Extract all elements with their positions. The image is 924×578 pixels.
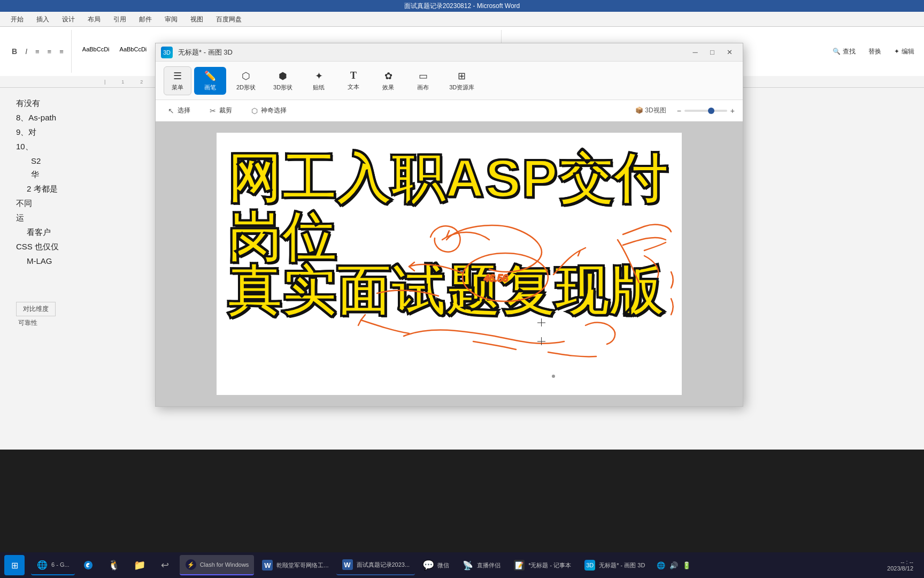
minimize-btn[interactable]: ─ <box>687 47 703 58</box>
doc-line-4: 10、 <box>16 142 144 152</box>
wechat-icon: 💬 <box>422 559 434 571</box>
word2-icon: W <box>342 559 353 571</box>
tab-view[interactable]: 视图 <box>185 13 209 26</box>
select-button[interactable]: ✦ 编辑 <box>890 45 919 58</box>
clock-time: -- : -- <box>887 559 913 565</box>
select-tool-btn[interactable]: ↖ 选择 <box>164 104 195 117</box>
menu-icon: ☰ <box>173 70 182 82</box>
taskbar-item-edge[interactable] <box>77 555 101 575</box>
system-tray: 🌐 🔊 🔋 <box>652 561 695 569</box>
tab-review[interactable]: 审阅 <box>159 13 183 26</box>
replace-button[interactable]: 替换 <box>864 45 886 58</box>
taskbar-item-file[interactable]: 📁 <box>128 555 152 575</box>
find-button[interactable]: 🔍 查找 <box>828 45 860 58</box>
editing-label: 编辑 <box>902 47 914 56</box>
italic-btn[interactable]: I <box>22 45 30 57</box>
style-no-spacing[interactable]: AaBbCcDi <box>116 44 151 59</box>
taskbar-item-notepad[interactable]: 📝 *无标题 - 记事本 <box>508 555 576 575</box>
clash-app-icon: ⚡ <box>185 559 197 571</box>
taskbar-item-wechat[interactable]: 💬 微信 <box>417 555 455 575</box>
view-3d-btn[interactable]: 📦 3D视图 <box>631 104 671 117</box>
paint3d-subtoolbar: ↖ 选择 ✂ 裁剪 ⬡ 神奇选择 📦 3D视图 − + <box>156 100 743 121</box>
system-clock[interactable]: -- : -- 2023/8/12 <box>881 557 920 574</box>
paint3d-2dshape-btn[interactable]: ⬡ 2D形状 <box>229 67 263 95</box>
svg-point-6 <box>552 375 555 378</box>
2dshape-icon: ⬡ <box>242 70 250 82</box>
canvas-title-line1: 网工入职ASP交付岗位 <box>217 149 682 267</box>
zoom-plus-icon[interactable]: + <box>730 107 735 115</box>
sticker-icon: ✦ <box>315 70 323 82</box>
window-controls: ─ □ ✕ <box>687 47 737 58</box>
battery-icon[interactable]: 🔋 <box>682 561 691 569</box>
paint3d-sticker-btn[interactable]: ✦ 贴纸 <box>303 67 335 95</box>
zoom-minus-icon[interactable]: − <box>677 107 681 115</box>
3d-icon: 📦 <box>635 107 643 114</box>
stream-label: 直播伴侣 <box>477 561 500 569</box>
3dlibrary-label: 3D资源库 <box>449 83 474 92</box>
doc-line-10: 看客户 <box>16 227 144 238</box>
tab-references[interactable]: 引用 <box>108 13 132 26</box>
tab-design[interactable]: 设计 <box>57 13 80 26</box>
3dlibrary-icon: ⊞ <box>458 70 466 82</box>
align-center[interactable]: ≡ <box>44 46 55 57</box>
align-right[interactable]: ≡ <box>56 46 67 57</box>
brush-label: 画笔 <box>204 83 216 92</box>
tab-home[interactable]: 开始 <box>5 13 29 26</box>
doc-line-12: M-LAG <box>16 256 144 265</box>
doc-line-7: 2 考都是 <box>16 184 144 194</box>
zoom-slider[interactable] <box>684 110 727 112</box>
start-button[interactable]: ⊞ <box>4 555 25 575</box>
close-btn[interactable]: ✕ <box>721 47 737 58</box>
subtoolbar-right: 📦 3D视图 − + <box>631 104 735 117</box>
style-normal[interactable]: AaBbCcDi <box>78 44 114 59</box>
paint3d-3dshape-btn[interactable]: ⬢ 3D形状 <box>266 67 300 95</box>
ribbon-right-tools: 🔍 查找 替换 ✦ 编辑 <box>828 27 919 76</box>
edge-icon <box>82 559 94 571</box>
zoom-thumb <box>708 108 714 114</box>
ribbon-tabs: 开始 插入 设计 布局 引用 邮件 审阅 视图 百度网盘 <box>0 12 924 27</box>
paint3d-main-toolbar: ☰ 菜单 ✏️ 画笔 ⬡ 2D形状 ⬢ 3D形状 ✦ 贴纸 T 文本 ✿ 效果 … <box>156 62 743 100</box>
crop-tool-btn[interactable]: ✂ 裁剪 <box>205 104 236 117</box>
doc-line-8: 不同 <box>16 199 144 209</box>
file-manager-icon: 📁 <box>134 559 145 571</box>
taskbar-item-6g[interactable]: 🌐 6 - G... <box>31 555 75 575</box>
view-3d-label: 3D视图 <box>645 107 666 114</box>
taskbar-item-paint3d[interactable]: 3D 无标题* - 画图 3D <box>579 555 650 575</box>
doc-line-9: 运 <box>16 213 144 223</box>
table-row-1: 可靠性 <box>16 318 144 328</box>
paint3d-titlebar: 3D 无标题* - 画图 3D ─ □ ✕ <box>156 43 743 62</box>
tab-layout[interactable]: 布局 <box>82 13 106 26</box>
taskbar-item-refresh[interactable]: ↩ <box>154 555 178 575</box>
taskbar-item-word1[interactable]: W 乾颐堂军哥网络工... <box>256 555 334 575</box>
taskbar-item-clash[interactable]: ⚡ Clash for Windows <box>180 555 255 575</box>
paint3d-taskbar-label: 无标题* - 画图 3D <box>599 561 645 569</box>
paint3d-canvas-bg: 网工入职ASP交付岗位 真实面试题复现版 46.56 <box>156 121 743 406</box>
maximize-btn[interactable]: □ <box>704 47 720 58</box>
drawing-canvas[interactable]: 网工入职ASP交付岗位 真实面试题复现版 46.56 <box>217 133 682 395</box>
tab-baidu[interactable]: 百度网盘 <box>211 13 247 26</box>
tab-insert[interactable]: 插入 <box>31 13 55 26</box>
network-icon[interactable]: 🌐 <box>657 561 665 569</box>
paint3d-brush-btn[interactable]: ✏️ 画笔 <box>194 67 226 95</box>
tab-mailings[interactable]: 邮件 <box>134 13 157 26</box>
taskbar-item-word2[interactable]: W 面试真题记录2023... <box>336 555 415 575</box>
paint3d-canvas-btn[interactable]: ▭ 画布 <box>407 67 439 95</box>
paint3d-text-btn[interactable]: T 文本 <box>337 67 369 94</box>
taskbar-item-stream[interactable]: 📡 直播伴侣 <box>457 555 506 575</box>
stream-icon: 📡 <box>462 559 474 571</box>
word1-icon: W <box>261 559 273 571</box>
paint3d-3dlibrary-btn[interactable]: ⊞ 3D资源库 <box>442 67 482 95</box>
editing-icon: ✦ <box>894 48 899 55</box>
doc-line-3: 9、对 <box>16 127 144 138</box>
align-left[interactable]: ≡ <box>32 46 43 57</box>
volume-icon[interactable]: 🔊 <box>669 561 678 569</box>
windows-icon: ⊞ <box>11 560 18 571</box>
paint3d-menu-btn[interactable]: ☰ 菜单 <box>164 66 191 95</box>
magic-select-btn[interactable]: ⬡ 神奇选择 <box>247 104 291 117</box>
bold-btn[interactable]: B <box>9 45 20 57</box>
paint3d-effect-btn[interactable]: ✿ 效果 <box>372 67 404 95</box>
taskbar-item-qq[interactable]: 🐧 <box>103 555 126 575</box>
qq-icon: 🐧 <box>108 559 120 571</box>
paint3d-logo: 3D <box>161 47 173 58</box>
select-icon: ↖ <box>168 107 174 115</box>
